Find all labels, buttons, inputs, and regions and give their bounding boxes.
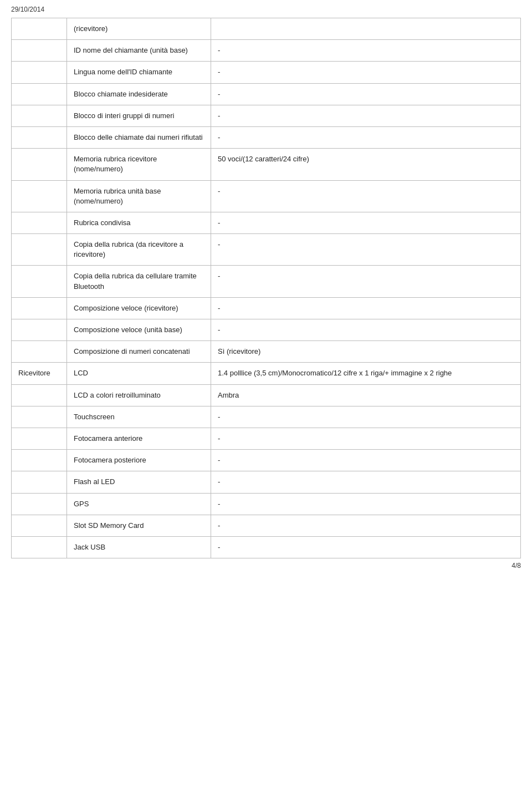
table-row: Blocco di interi gruppi di numeri- <box>12 105 521 126</box>
value-cell: - <box>211 180 521 212</box>
table-row: Memoria rubrica ricevitore (nome/numero)… <box>12 149 521 180</box>
category-cell <box>12 471 67 493</box>
feature-cell: Rubrica condivisa <box>67 212 211 233</box>
feature-cell: Copia della rubrica (da ricevitore a ric… <box>67 234 211 266</box>
feature-cell: ID nome del chiamante (unità base) <box>67 40 211 62</box>
feature-cell: LCD <box>67 363 211 384</box>
table-row: (ricevitore) <box>12 18 521 40</box>
value-cell: 1.4 polllice (3,5 cm)/Monocromatico/12 c… <box>211 363 521 384</box>
category-cell <box>12 83 67 105</box>
category-cell <box>12 341 67 363</box>
table-row: Jack USB- <box>12 536 521 558</box>
category-cell <box>12 515 67 536</box>
feature-cell: Memoria rubrica ricevitore (nome/numero) <box>67 149 211 180</box>
table-row: Slot SD Memory Card- <box>12 515 521 536</box>
category-cell <box>12 105 67 126</box>
table-row: Copia della rubrica (da ricevitore a ric… <box>12 234 521 266</box>
table-row: RicevitoreLCD1.4 polllice (3,5 cm)/Monoc… <box>12 363 521 384</box>
table-row: Flash al LED- <box>12 471 521 493</box>
value-cell: - <box>211 126 521 148</box>
category-cell <box>12 62 67 83</box>
feature-cell: LCD a colori retroilluminato <box>67 384 211 406</box>
value-cell: - <box>211 450 521 471</box>
value-cell: - <box>211 62 521 83</box>
feature-cell: Blocco di interi gruppi di numeri <box>67 105 211 126</box>
value-cell: - <box>211 428 521 449</box>
table-row: Copia della rubrica da cellulare tramite… <box>12 266 521 297</box>
value-cell: - <box>211 515 521 536</box>
category-cell: Ricevitore <box>12 363 67 384</box>
table-row: Memoria rubrica unità base (nome/numero)… <box>12 180 521 212</box>
table-row: ID nome del chiamante (unità base)- <box>12 40 521 62</box>
table-row: Rubrica condivisa- <box>12 212 521 233</box>
feature-cell: Jack USB <box>67 536 211 558</box>
category-cell <box>12 406 67 428</box>
feature-cell: (ricevitore) <box>67 18 211 40</box>
feature-cell: Composizione veloce (unità base) <box>67 319 211 341</box>
feature-cell: Slot SD Memory Card <box>67 515 211 536</box>
value-cell: - <box>211 83 521 105</box>
value-cell: - <box>211 406 521 428</box>
value-cell: - <box>211 234 521 266</box>
category-cell <box>12 149 67 180</box>
value-cell: - <box>211 319 521 341</box>
category-cell <box>12 18 67 40</box>
table-row: GPS- <box>12 493 521 515</box>
feature-cell: Blocco delle chiamate dai numeri rifiuta… <box>67 126 211 148</box>
value-cell <box>211 18 521 40</box>
value-cell: Ambra <box>211 384 521 406</box>
category-cell <box>12 319 67 341</box>
table-row: Touchscreen- <box>12 406 521 428</box>
table-row: Blocco chiamate indesiderate- <box>12 83 521 105</box>
feature-cell: GPS <box>67 493 211 515</box>
category-cell <box>12 40 67 62</box>
value-cell: 50 voci/(12 caratteri/24 cifre) <box>211 149 521 180</box>
table-row: Lingua nome dell'ID chiamante- <box>12 62 521 83</box>
value-cell: - <box>211 536 521 558</box>
feature-cell: Composizione veloce (ricevitore) <box>67 297 211 319</box>
page-number: 4/8 <box>11 562 521 570</box>
category-cell <box>12 384 67 406</box>
table-row: Composizione di numeri concatenatiSì (ri… <box>12 341 521 363</box>
category-cell <box>12 450 67 471</box>
table-row: Composizione veloce (ricevitore)- <box>12 297 521 319</box>
table-row: LCD a colori retroilluminatoAmbra <box>12 384 521 406</box>
category-cell <box>12 212 67 233</box>
feature-cell: Blocco chiamate indesiderate <box>67 83 211 105</box>
table-row: Composizione veloce (unità base)- <box>12 319 521 341</box>
value-cell: - <box>211 471 521 493</box>
feature-cell: Flash al LED <box>67 471 211 493</box>
value-cell: Sì (ricevitore) <box>211 341 521 363</box>
specs-table: (ricevitore)ID nome del chiamante (unità… <box>11 18 521 558</box>
category-cell <box>12 536 67 558</box>
value-cell: - <box>211 212 521 233</box>
table-row: Fotocamera anteriore- <box>12 428 521 449</box>
feature-cell: Lingua nome dell'ID chiamante <box>67 62 211 83</box>
feature-cell: Copia della rubrica da cellulare tramite… <box>67 266 211 297</box>
feature-cell: Touchscreen <box>67 406 211 428</box>
table-row: Blocco delle chiamate dai numeri rifiuta… <box>12 126 521 148</box>
category-cell <box>12 493 67 515</box>
value-cell: - <box>211 105 521 126</box>
category-cell <box>12 297 67 319</box>
category-cell <box>12 266 67 297</box>
category-cell <box>12 180 67 212</box>
value-cell: - <box>211 297 521 319</box>
category-cell <box>12 126 67 148</box>
value-cell: - <box>211 266 521 297</box>
category-cell <box>12 428 67 449</box>
value-cell: - <box>211 40 521 62</box>
feature-cell: Fotocamera anteriore <box>67 428 211 449</box>
category-cell <box>12 234 67 266</box>
table-row: Fotocamera posteriore- <box>12 450 521 471</box>
feature-cell: Fotocamera posteriore <box>67 450 211 471</box>
feature-cell: Memoria rubrica unità base (nome/numero) <box>67 180 211 212</box>
value-cell: - <box>211 493 521 515</box>
feature-cell: Composizione di numeri concatenati <box>67 341 211 363</box>
date-header: 29/10/2014 <box>11 6 521 13</box>
